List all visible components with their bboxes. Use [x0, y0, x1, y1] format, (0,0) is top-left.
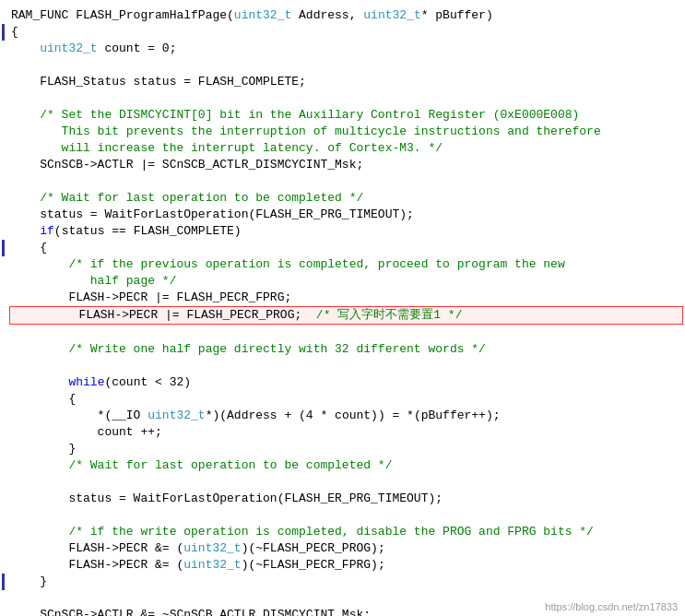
code-text: status = WaitForLastOperation(FLASH_ER_P…: [11, 491, 676, 507]
code-text: /* if the previous operation is complete…: [11, 256, 676, 273]
code-line: /* if the previous operation is complete…: [0, 256, 685, 273]
code-text: FLASH->PECR |= FLASH_PECR_FPRG;: [11, 290, 676, 306]
code-text: status = WaitForLastOperation(FLASH_ER_P…: [11, 207, 676, 223]
code-text: [11, 507, 676, 524]
code-line: half page */: [0, 273, 685, 290]
code-line: /* Write one half page directly with 32 …: [0, 341, 685, 358]
code-text: /* Wait for last operation to be complet…: [11, 190, 676, 207]
code-text: /* Wait for last operation to be complet…: [11, 457, 676, 474]
code-line: FLASH->PECR |= FLASH_PECR_PROG; /* 写入字时不…: [9, 306, 683, 325]
code-line: SCnSCB->ACTLR |= SCnSCB_ACTLR_DISMCYCINT…: [0, 157, 685, 173]
code-text: uint32_t count = 0;: [11, 41, 676, 57]
code-text: [11, 358, 676, 374]
code-line: {: [0, 24, 685, 41]
code-text: [11, 474, 676, 491]
code-line: [0, 325, 685, 341]
code-text: [11, 90, 676, 107]
code-line: {: [0, 240, 685, 256]
code-line: FLASH->PECR |= FLASH_PECR_FPRG;: [0, 290, 685, 306]
code-line: /* if the write operation is completed, …: [0, 524, 685, 540]
code-container: RAM_FUNC FLASH_ProgramHalfPage(uint32_t …: [0, 0, 685, 616]
code-line: if(status == FLASH_COMPLETE): [0, 223, 685, 240]
code-line: status = WaitForLastOperation(FLASH_ER_P…: [0, 491, 685, 507]
code-text: FLASH->PECR &= (uint32_t)(~FLASH_PECR_PR…: [11, 540, 676, 557]
code-line: [0, 90, 685, 107]
code-line: *(__IO uint32_t*)(Address + (4 * count))…: [0, 408, 685, 424]
code-line: RAM_FUNC FLASH_ProgramHalfPage(uint32_t …: [0, 7, 685, 24]
code-text: /* if the write operation is completed, …: [11, 524, 676, 540]
code-line: {: [0, 391, 685, 408]
code-text: FLASH_Status status = FLASH_COMPLETE;: [11, 74, 676, 90]
code-text: {: [11, 240, 676, 256]
code-line: [0, 507, 685, 524]
code-line: while(count < 32): [0, 374, 685, 391]
code-line: [0, 57, 685, 74]
code-text: *(__IO uint32_t*)(Address + (4 * count))…: [11, 408, 676, 424]
code-text: {: [11, 24, 676, 41]
code-text: This bit prevents the interruption of mu…: [11, 124, 676, 140]
code-line: }: [0, 441, 685, 457]
code-text: will increase the interrupt latency. of …: [11, 140, 676, 157]
code-block: RAM_FUNC FLASH_ProgramHalfPage(uint32_t …: [0, 7, 685, 616]
code-text: [11, 325, 676, 341]
code-text: count ++;: [11, 424, 676, 441]
watermark: https://blog.csdn.net/zn17833: [545, 601, 678, 612]
code-line: [0, 173, 685, 190]
code-line: This bit prevents the interruption of mu…: [0, 124, 685, 140]
code-line: }: [0, 574, 685, 590]
code-text: while(count < 32): [11, 374, 676, 391]
code-line: [0, 474, 685, 491]
code-text: half page */: [11, 273, 676, 290]
code-text: /* Write one half page directly with 32 …: [11, 341, 676, 358]
code-line: uint32_t count = 0;: [0, 41, 685, 57]
code-line: count ++;: [0, 424, 685, 441]
code-text: SCnSCB->ACTLR |= SCnSCB_ACTLR_DISMCYCINT…: [11, 157, 676, 173]
code-text: [11, 57, 676, 74]
code-line: /* Wait for last operation to be complet…: [0, 457, 685, 474]
code-line: /* Wait for last operation to be complet…: [0, 190, 685, 207]
code-line: status = WaitForLastOperation(FLASH_ER_P…: [0, 207, 685, 223]
code-text: RAM_FUNC FLASH_ProgramHalfPage(uint32_t …: [11, 7, 676, 24]
code-line: FLASH->PECR &= (uint32_t)(~FLASH_PECR_PR…: [0, 540, 685, 557]
code-text: {: [11, 391, 676, 408]
code-line: [0, 358, 685, 374]
code-line: FLASH->PECR &= (uint32_t)(~FLASH_PECR_FP…: [0, 557, 685, 574]
code-text: if(status == FLASH_COMPLETE): [11, 223, 676, 240]
code-line: FLASH_Status status = FLASH_COMPLETE;: [0, 74, 685, 90]
code-text: }: [11, 441, 676, 457]
code-text: FLASH->PECR &= (uint32_t)(~FLASH_PECR_FP…: [11, 557, 676, 574]
code-text: FLASH->PECR |= FLASH_PECR_PROG; /* 写入字时不…: [21, 307, 673, 324]
code-text: [11, 173, 676, 190]
code-text: /* Set the DISMCYCINT[0] bit in the Auxi…: [11, 107, 676, 124]
code-line: will increase the interrupt latency. of …: [0, 140, 685, 157]
code-line: /* Set the DISMCYCINT[0] bit in the Auxi…: [0, 107, 685, 124]
code-text: }: [11, 574, 676, 590]
